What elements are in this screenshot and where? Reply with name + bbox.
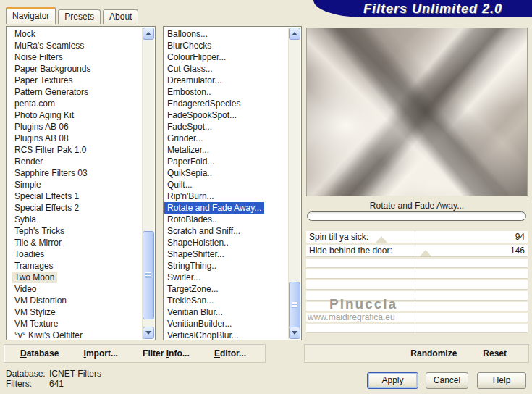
list-item[interactable]: VM Texture [12, 318, 61, 330]
list-item[interactable]: Paper Textures [12, 75, 76, 86]
list-item[interactable]: Simple [12, 179, 44, 190]
list-item[interactable]: Tile & Mirror [12, 237, 64, 248]
list-item[interactable]: Grinder... [164, 133, 206, 144]
list-item[interactable]: Emboston.. [164, 86, 214, 98]
list-item[interactable]: Scratch and Sniff... [164, 225, 243, 237]
database-button[interactable]: Database [20, 348, 59, 359]
import-button[interactable]: Import... [84, 348, 118, 359]
list-item[interactable]: TargetZone... [164, 283, 221, 295]
list-item[interactable]: Video [12, 283, 39, 295]
list-item[interactable]: Photo Aging Kit [12, 109, 77, 121]
list-item[interactable]: Paper Backgrounds [12, 63, 93, 75]
scroll-down-button[interactable] [289, 327, 300, 339]
scroll-up-button[interactable] [143, 28, 154, 40]
list-item[interactable]: BlurChecks [164, 40, 214, 51]
title-banner: Filters Unlimited 2.0 [313, 0, 532, 17]
list-item[interactable]: VM Stylize [12, 306, 59, 318]
chevron-down-icon [145, 331, 151, 335]
list-item[interactable]: Rotate and Fade Away... [164, 202, 264, 214]
tab-presets[interactable]: Presets [58, 9, 101, 24]
tab-navigator[interactable]: Navigator [6, 7, 56, 24]
filters-value: 641 [49, 379, 64, 389]
list-item[interactable]: MuRa's Seamless [12, 40, 87, 51]
editor-button[interactable]: Editor... [214, 348, 246, 359]
list-item[interactable]: TrekieSan... [164, 295, 216, 306]
list-item[interactable]: FadeSpookSpot... [164, 109, 240, 121]
list-item[interactable]: FadeSpot... [164, 121, 215, 133]
scroll-up-button[interactable] [289, 28, 300, 40]
filter-listbox: Balloons...BlurChecksColourFlipper...Cut… [163, 26, 302, 340]
list-item[interactable]: PaperFold... [164, 156, 217, 167]
tab-about[interactable]: About [103, 9, 138, 24]
preview-image [306, 28, 528, 196]
slider-thumb[interactable] [420, 250, 431, 256]
list-item[interactable]: Balloons... [164, 28, 211, 40]
param-row-hide: Hide behind the door: 146 [306, 245, 528, 257]
progress-bar [307, 211, 526, 221]
list-item[interactable]: Metalizer... [164, 144, 212, 156]
filters-label: Filters: [6, 379, 49, 389]
right-toolbar: Randomize Reset [304, 344, 529, 363]
scroll-down-button[interactable] [143, 327, 154, 339]
list-item[interactable]: Two Moon [12, 272, 57, 283]
watermark-url: www.maidiregrafica.eu [308, 312, 395, 322]
list-item[interactable]: VerticalChopBlur... [164, 330, 242, 340]
list-item[interactable]: ColourFlipper... [164, 51, 229, 63]
slider-thumb[interactable] [376, 236, 387, 243]
list-item[interactable]: ShapeHolstien.. [164, 237, 232, 248]
list-item[interactable]: Special Effects 2 [12, 202, 82, 214]
list-item[interactable]: Cut Glass... [164, 63, 216, 75]
list-item[interactable]: Sybia [12, 214, 39, 225]
empty-param-row [306, 280, 528, 290]
filters-unlimited-dialog: Filters Unlimited 2.0 Navigator Presets … [0, 0, 532, 394]
list-item[interactable]: Render [12, 156, 46, 167]
list-item[interactable]: Pattern Generators [12, 86, 91, 98]
list-item[interactable]: Plugins AB 08 [12, 133, 72, 144]
list-item[interactable]: penta.com [12, 98, 58, 109]
reset-button[interactable]: Reset [483, 348, 507, 359]
list-item[interactable]: StringThing.. [164, 260, 219, 272]
panel-edge-line [528, 200, 528, 342]
list-item[interactable]: EndageredSpecies [164, 98, 243, 109]
list-item[interactable]: Plugins AB 06 [12, 121, 72, 133]
param-label: Hide behind the door: [309, 246, 392, 256]
list-item[interactable]: Noise Filters [12, 51, 66, 63]
list-item[interactable]: Mock [12, 28, 38, 40]
list-item[interactable]: Venitian Blur... [164, 306, 226, 318]
list-item[interactable]: Swirler... [164, 272, 203, 283]
param-label: Spin till ya sick: [309, 232, 368, 242]
category-items: MockMuRa's SeamlessNoise FiltersPaper Ba… [7, 28, 142, 340]
category-scrollbar[interactable] [142, 28, 154, 339]
chevron-up-icon [145, 32, 151, 35]
list-item[interactable]: Special Effects 1 [12, 190, 82, 202]
list-item[interactable]: Tramages [12, 260, 56, 272]
list-item[interactable]: Toadies [12, 248, 47, 260]
randomize-button[interactable]: Randomize [410, 348, 457, 359]
list-item[interactable]: Teph's Tricks [12, 225, 67, 237]
list-item[interactable]: ShapeShifter... [164, 248, 227, 260]
list-item[interactable]: Rip'n'Burn... [164, 190, 217, 202]
window-title: Filters Unlimited 2.0 [343, 1, 502, 17]
watermark-name: Pinuccia [329, 296, 397, 312]
list-item[interactable]: Quilt... [164, 179, 195, 190]
list-item[interactable]: Dreamulator... [164, 75, 224, 86]
list-item[interactable]: RotoBlades.. [164, 214, 220, 225]
empty-param-row [306, 324, 528, 333]
scrollbar-thumb[interactable] [289, 282, 300, 328]
scrollbar-thumb[interactable] [143, 231, 154, 319]
help-button[interactable]: Help [477, 372, 526, 389]
list-item[interactable]: VenitianBuilder... [164, 318, 235, 330]
list-item[interactable]: °v° Kiwi's Oelfilter [12, 330, 85, 340]
apply-button[interactable]: Apply [367, 372, 418, 389]
status-database: Database: ICNET-Filters [6, 369, 101, 379]
filter-info-button[interactable]: Filter Info... [143, 348, 190, 359]
cancel-button[interactable]: Cancel [426, 372, 468, 389]
chevron-up-icon [292, 32, 297, 35]
filter-scrollbar[interactable] [288, 28, 300, 339]
list-item[interactable]: Sapphire Filters 03 [12, 167, 90, 179]
empty-param-row [306, 269, 528, 279]
list-item[interactable]: RCS Filter Pak 1.0 [12, 144, 89, 156]
list-item[interactable]: VM Distortion [12, 295, 69, 306]
empty-param-row [306, 259, 528, 268]
list-item[interactable]: QuikSepia.. [164, 167, 215, 179]
